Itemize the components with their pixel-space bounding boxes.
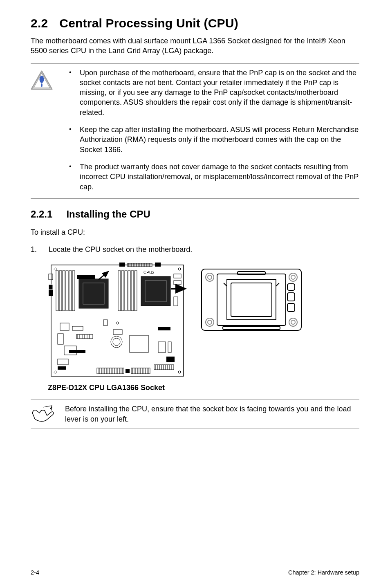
svg-rect-38 (134, 271, 137, 311)
diagram-caption: Z8PE-D12X CPU LGA1366 Socket (48, 384, 359, 392)
svg-rect-116 (202, 269, 301, 330)
svg-point-119 (289, 273, 297, 281)
footer-chapter: Chapter 2: Hardware setup (288, 569, 359, 576)
step-number: 1. (31, 245, 37, 254)
svg-rect-36 (128, 271, 130, 311)
svg-point-123 (289, 318, 297, 326)
svg-point-120 (291, 275, 295, 279)
subsection-title-text: Installing the CPU (66, 209, 150, 220)
svg-rect-46 (174, 297, 178, 306)
svg-rect-47 (60, 323, 69, 330)
svg-rect-29 (63, 271, 65, 311)
caution-callout: Upon purchase of the motherboard, ensure… (31, 64, 359, 198)
svg-rect-32 (72, 271, 75, 311)
svg-rect-67 (158, 342, 166, 352)
caution-item: The product warranty does not cover dama… (65, 162, 359, 192)
svg-point-118 (208, 275, 212, 279)
caution-content: Upon purchase of the motherboard, ensure… (65, 68, 359, 194)
note-callout: Before installing the CPU, ensure that t… (31, 400, 359, 429)
svg-rect-130 (287, 293, 295, 301)
svg-rect-97 (126, 369, 130, 373)
intro-paragraph: The motherboard comes with dual surface … (31, 36, 359, 56)
svg-rect-39 (79, 279, 108, 308)
svg-point-2 (40, 76, 44, 83)
svg-point-121 (206, 318, 214, 326)
svg-rect-70 (154, 365, 174, 370)
svg-rect-57 (113, 330, 122, 334)
svg-point-24 (54, 371, 56, 373)
divider (31, 198, 359, 199)
svg-rect-3 (41, 83, 43, 87)
svg-rect-49 (103, 320, 108, 325)
page-footer: 2-4 Chapter 2: Hardware setup (31, 569, 359, 576)
svg-rect-34 (121, 271, 124, 311)
motherboard-diagram: CPU1 CPU2 (48, 262, 187, 382)
footer-page-number: 2-4 (31, 569, 39, 576)
svg-rect-128 (223, 326, 280, 330)
svg-rect-62 (58, 334, 63, 344)
svg-rect-131 (287, 303, 295, 312)
cpu-socket-detail-diagram (198, 266, 305, 337)
svg-point-26 (116, 322, 119, 324)
svg-point-23 (178, 268, 181, 270)
svg-rect-37 (131, 271, 134, 311)
lead-in-text: To install a CPU: (31, 227, 359, 237)
svg-rect-33 (118, 271, 121, 311)
svg-rect-66 (58, 366, 66, 370)
svg-rect-65 (58, 359, 68, 365)
svg-line-114 (99, 272, 108, 280)
diagram-row: CPU1 CPU2 (48, 262, 359, 382)
svg-rect-80 (97, 368, 124, 374)
section-title-text: Central Processing Unit (CPU) (59, 16, 238, 30)
svg-rect-125 (217, 274, 286, 325)
svg-point-59 (113, 338, 120, 346)
svg-point-124 (291, 320, 295, 324)
svg-rect-69 (166, 357, 175, 362)
svg-rect-48 (72, 326, 83, 330)
svg-rect-68 (168, 342, 171, 352)
note-text: Before installing the CPU, ensure that t… (65, 404, 359, 424)
svg-rect-21 (155, 263, 161, 267)
step-text: Locate the CPU socket on the motherboard… (49, 245, 192, 254)
section-number: 2.2 (31, 16, 48, 30)
cpu2-label: CPU2 (143, 270, 155, 275)
svg-rect-41 (77, 275, 95, 279)
svg-rect-111 (49, 285, 53, 296)
svg-point-122 (208, 320, 212, 324)
caution-item: Upon purchase of the motherboard, ensure… (65, 68, 359, 117)
svg-rect-45 (174, 281, 181, 285)
svg-rect-61 (130, 335, 148, 352)
svg-rect-60 (158, 327, 170, 330)
subsection-heading: 2.2.1Installing the CPU (31, 209, 359, 220)
svg-rect-44 (174, 274, 181, 278)
svg-rect-27 (56, 271, 58, 311)
divider (31, 429, 359, 429)
svg-rect-28 (59, 271, 62, 311)
subsection-number: 2.2.1 (31, 209, 52, 220)
svg-rect-126 (231, 283, 272, 316)
svg-rect-110 (49, 274, 53, 280)
svg-rect-35 (125, 271, 127, 311)
svg-point-22 (54, 268, 56, 270)
caution-item: Keep the cap after installing the mother… (65, 125, 359, 155)
svg-rect-31 (69, 271, 72, 311)
svg-rect-30 (66, 271, 68, 311)
step-list: 1. Locate the CPU socket on the motherbo… (31, 245, 359, 254)
svg-rect-5 (119, 263, 125, 267)
svg-point-25 (178, 371, 181, 373)
section-heading: 2.2Central Processing Unit (CPU) (31, 16, 359, 30)
svg-rect-129 (287, 284, 295, 290)
svg-point-58 (111, 336, 122, 348)
svg-rect-42 (141, 276, 170, 306)
step-item: 1. Locate the CPU socket on the motherbo… (31, 245, 359, 254)
note-hand-paper-icon (31, 404, 55, 424)
svg-rect-64 (69, 350, 85, 353)
caution-triangle-icon (31, 68, 55, 194)
svg-point-117 (206, 273, 214, 281)
